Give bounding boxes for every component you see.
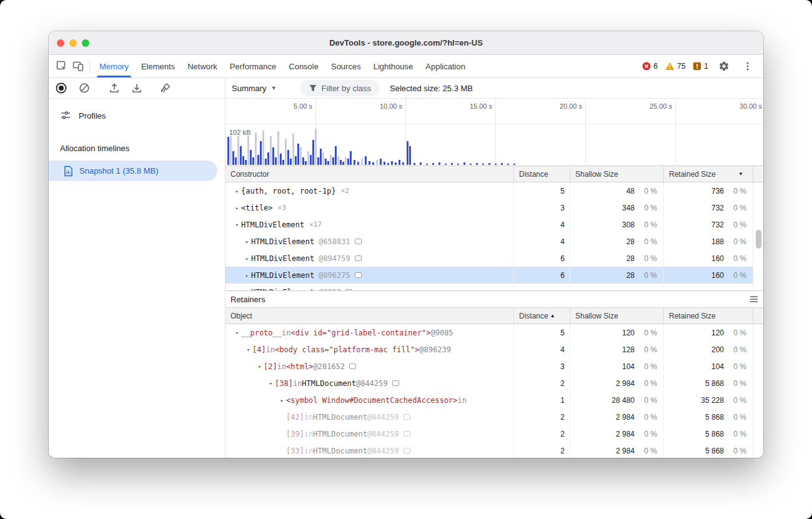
expand-arrow-right-icon[interactable]: ▸ [243,255,251,262]
reveal-in-elements-icon[interactable] [404,414,410,420]
constructor-row[interactable]: ▸{auth, root, root-1p}×25480 %7360 % [225,182,753,199]
retainer-row[interactable]: ▾[4] in <body class="platform-mac fill">… [225,341,753,358]
devtools-tabbar: MemoryElementsNetworkPerformanceConsoleS… [49,55,763,78]
retainer-row[interactable]: [42] in HTMLDocument @84425922 9840 %5 8… [225,408,753,425]
allocation-bar [262,131,264,165]
snapshot-label: Snapshot 1 (35.8 MB) [79,166,158,175]
toggle-device-toolbar-button[interactable] [70,58,86,74]
column-header-retainers-shallow-size[interactable]: Shallow Size [570,308,663,324]
shallow-size-cell-value: 104 [570,362,635,371]
save-profile-button[interactable] [129,81,144,96]
sidebar-item-snapshot-1[interactable]: Snapshot 1 (35.8 MB) [49,161,217,181]
allocation-bar [255,132,257,165]
sidebar-item-profiles[interactable]: Profiles [49,106,225,125]
distance-value: 5 [560,187,565,195]
object-text: @844259 [367,430,399,438]
perspective-select[interactable]: Summary ▼ [232,84,277,93]
tab-performance[interactable]: Performance [224,55,282,77]
retained-size-cell-value: 5 868 [664,379,724,388]
retained-size-cell: 5 8680 % [663,375,753,392]
class-filter-input[interactable]: Filter by class [300,80,379,96]
retainer-row[interactable]: ▸<symbol Window#DocumentCachedAccessor> … [225,392,753,408]
constructor-row[interactable]: ▸HTMLDivElement@8947596280 %1600 % [225,250,753,267]
console-warnings-badge[interactable]: 75 [665,62,685,71]
column-header-object[interactable]: Object [225,308,513,324]
column-header-shallow-size[interactable]: Shallow Size [570,166,663,182]
tab-lighthouse[interactable]: Lighthouse [367,55,420,77]
retainer-row[interactable]: [33] in HTMLDocument @84425922 9840 %5 8… [225,442,753,458]
shallow-size-cell-percent: 0 % [635,329,663,337]
collect-garbage-button[interactable] [158,81,173,96]
constructor-row[interactable]: ▸HTMLDivElement@6588314280 %1880 % [225,233,753,250]
allocation-bar [272,147,274,165]
scrollbar-thumb[interactable] [756,230,761,249]
inspect-element-button[interactable] [54,58,70,74]
column-header-retained-size[interactable]: Retained Size ▼ [663,166,753,182]
expand-arrow-right-icon[interactable]: ▸ [233,188,241,194]
expand-arrow-down-icon[interactable]: ▾ [233,330,241,336]
more-options-button[interactable] [740,58,756,74]
constructor-row[interactable]: ▸<title>×333480 %7320 % [225,199,753,216]
retainers-section-header[interactable]: Retainers [225,290,763,307]
allocation-bar [457,164,459,165]
retainer-row[interactable]: [39] in HTMLDocument @84425922 9840 %5 8… [225,425,753,442]
issues-badge[interactable]: 1 [693,62,708,71]
retained-size-cell-value: 188 [664,237,724,246]
hamburger-menu-icon [750,295,758,303]
expand-arrow-right-icon[interactable]: ▸ [243,272,251,279]
tab-memory[interactable]: Memory [93,55,135,77]
column-header-distance[interactable]: Distance [513,166,570,182]
shallow-size-cell-value: 2 984 [570,430,635,438]
zoom-window-button[interactable] [82,39,89,47]
expand-arrow-right-icon[interactable]: ▸ [233,205,241,211]
shallow-size-cell-percent: 0 % [635,271,663,280]
object-text: HTMLDocument [302,379,356,388]
console-errors-badge[interactable]: 6 [642,62,658,71]
reveal-in-elements-icon[interactable] [355,239,362,244]
expand-arrow-down-icon[interactable]: ▾ [233,222,241,228]
column-header-constructor[interactable]: Constructor [225,166,513,182]
expand-arrow-down-icon[interactable]: ▾ [267,380,275,387]
reveal-in-elements-icon[interactable] [355,255,362,261]
close-window-button[interactable] [57,39,64,47]
expand-arrow-down-icon[interactable]: ▾ [244,347,252,353]
allocation-bar [302,157,304,165]
load-profile-button[interactable] [107,81,122,96]
expand-arrow-right-icon[interactable]: ▸ [243,239,251,245]
tab-console[interactable]: Console [282,55,325,77]
retained-size-cell-value: 5 868 [664,413,724,422]
retainer-row[interactable]: ▾[2] in <html> @28165231040 %1040 % [225,358,753,375]
reveal-in-elements-icon[interactable] [404,448,410,453]
minimize-window-button[interactable] [69,39,77,47]
distance-cell: 6 [513,267,570,284]
expand-arrow-right-icon[interactable]: ▸ [278,397,286,403]
allocation-bar [250,150,252,165]
settings-button[interactable] [716,58,732,74]
allocation-bar [235,157,237,165]
retainer-row[interactable]: ▾[38] in HTMLDocument @84425922 9840 %5 … [225,375,753,392]
reveal-in-elements-icon[interactable] [355,272,362,278]
tab-application[interactable]: Application [419,55,472,77]
column-header-retainers-retained-size[interactable]: Retained Size [663,308,753,324]
reveal-in-elements-icon[interactable] [392,380,399,386]
vertical-scrollbar[interactable] [753,182,763,290]
expand-arrow-down-icon[interactable]: ▾ [255,363,264,370]
reveal-in-elements-icon[interactable] [349,363,356,369]
clear-profiles-button[interactable] [77,81,92,96]
grid-line [405,99,406,166]
tab-elements[interactable]: Elements [135,55,181,77]
retainers-menu-button[interactable] [750,295,758,305]
object-text: <div id="grid-label-container"> [290,329,430,337]
constructor-row[interactable]: ▸HTMLDivElement@8962 [225,284,753,290]
tab-sources[interactable]: Sources [325,55,367,77]
tab-network[interactable]: Network [181,55,224,77]
retainer-row[interactable]: ▾__proto__ in <div id="grid-label-contai… [225,324,753,341]
constructor-row[interactable]: ▸HTMLDivElement@8962756280 %1600 % [225,267,753,284]
allocation-timeline-overview[interactable]: 102 kB 5.00 s10.00 s15.00 s20.00 s25.00 … [225,99,763,166]
record-heap-button[interactable] [54,81,69,96]
reveal-in-elements-icon[interactable] [404,431,410,437]
column-header-retainers-distance[interactable]: Distance ▲ [513,308,570,324]
allocation-bar [501,163,503,165]
constructor-row[interactable]: ▾HTMLDivElement×1743080 %7320 % [225,216,753,233]
retainers-scrollbar-gutter [753,324,763,458]
